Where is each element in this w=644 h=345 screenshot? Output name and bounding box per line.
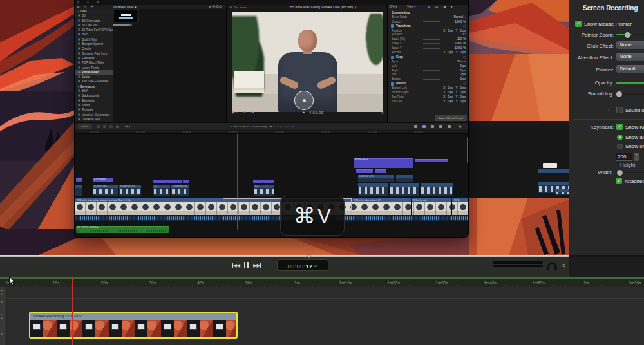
sidebar-item[interactable]: ▦Bumper/Opener	[75, 42, 113, 46]
inspector-row[interactable]: Type Trim	[388, 59, 469, 64]
fcp-connected-clip[interactable]	[358, 183, 388, 196]
fcp-connected-clip[interactable]	[421, 183, 453, 196]
inspector-row[interactable]: Scale Y 100.0 %	[388, 46, 469, 50]
inspector-row[interactable]: Bottom 0 px	[388, 77, 469, 81]
fcp-connected-clip[interactable]	[396, 175, 413, 182]
sidebar-item[interactable]: ▦Primal Video	[75, 70, 113, 75]
fcp-title-clip[interactable]	[183, 180, 189, 183]
audio-meters-icon[interactable]	[439, 125, 442, 128]
crop-tool-icon[interactable]: ▣ ▾	[232, 109, 237, 116]
track-up-icon[interactable]: ▴	[1, 313, 3, 317]
click-effect-dropdown[interactable]: None	[616, 41, 644, 49]
inspector-row[interactable]: Transform	[388, 24, 469, 28]
inspector-info-icon[interactable]: ●	[451, 5, 453, 8]
headphones-icon[interactable]	[545, 259, 558, 272]
inspector-row[interactable]: Top Left X 0 px Y 0 px	[388, 99, 469, 104]
sidebar-item[interactable]: ▦Titles	[75, 9, 113, 14]
fcp-window-titlebar[interactable]: ▤ ✦ ❖	[75, 0, 469, 5]
inspector-row[interactable]: Scale X 100.0 %	[388, 41, 469, 46]
inspector-row[interactable]: Position X 0 px Y 0 px	[388, 28, 469, 33]
width-thumb[interactable]	[617, 170, 623, 176]
inspector-color-icon[interactable]: ▤	[435, 5, 438, 8]
pointer-zoom-slider[interactable]	[616, 34, 644, 35]
width-slider[interactable]	[616, 172, 644, 173]
title-thumbnail-preview[interactable]	[113, 9, 138, 23]
record-voiceover-icon[interactable]	[414, 125, 417, 128]
sidebar-item[interactable]: ▦Built In/Out	[75, 37, 113, 42]
attention-effect-dropdown[interactable]: None	[616, 53, 644, 61]
fcp-connected-clip[interactable]	[390, 183, 419, 196]
fcp-timeline-clip[interactable]	[538, 169, 569, 173]
title-thumbnail[interactable]: Sub Reminder	[113, 9, 138, 26]
sidebar-item[interactable]: ▦Credits	[75, 46, 113, 51]
sidebar-item[interactable]: ▦60 Titles For FCPX Upd	[75, 28, 113, 32]
tools-dropdown-icon[interactable]: ✥ ▾	[125, 124, 130, 129]
fcp-title-clip[interactable]	[253, 180, 263, 183]
screen-recording-clip[interactable]: Screen Recording 22/3/2022	[29, 312, 238, 339]
inspector-row[interactable]: Distort	[388, 81, 469, 86]
inspector-row[interactable]: Compositing	[388, 10, 469, 15]
inspector-row[interactable]: Scale (All) 100 %	[388, 37, 469, 41]
show-all-radio[interactable]	[617, 135, 623, 140]
smoothing-thumb[interactable]	[616, 91, 622, 97]
sidebar-item[interactable]: ▦Social	[75, 75, 113, 79]
pointer-dropdown[interactable]: Default	[616, 65, 644, 73]
view-dropdown[interactable]: View ▾	[407, 5, 415, 8]
append-icon[interactable]: ◫	[97, 124, 100, 129]
sidebar-item[interactable]: ▦FCP Glitch Titles	[75, 61, 113, 65]
effects-tool-icon[interactable]: ⌂ ▾	[250, 109, 254, 116]
fcp-title-clip[interactable]	[167, 180, 182, 183]
fcp-title-clip[interactable]	[263, 180, 274, 183]
fcp-connected-clip[interactable]: SCREENFLOW	[358, 175, 394, 182]
inspector-row[interactable]: Crop	[388, 55, 469, 59]
sidebar-item[interactable]: ▦Backgrounds	[75, 93, 113, 98]
transitions-browser-icon[interactable]	[431, 125, 434, 128]
connect-icon[interactable]: ◫	[103, 124, 106, 129]
inspector-row[interactable]: Opacity 100.0 %	[388, 19, 469, 24]
inspector-row[interactable]: Right 0 px	[388, 68, 469, 73]
fcp-connected-clip[interactable]: SCREEN REC	[93, 185, 118, 196]
timeline-project-tab[interactable]: ‹ THIS is the Vi...se (and Why...) ▾ 14:…	[231, 123, 294, 130]
fcp-timeline-clip[interactable]	[543, 163, 557, 168]
fcp-connected-clip[interactable]: SCREENFLOW	[171, 185, 189, 196]
track-options-icon[interactable]: ≡	[1, 301, 3, 304]
disclosure-chevron-icon[interactable]: ›	[608, 107, 610, 113]
smoothing-slider[interactable]	[616, 93, 644, 95]
sidebar-item[interactable]: ▦3D	[75, 14, 113, 18]
track-up-icon[interactable]: ▴	[1, 289, 3, 292]
pointer-zoom-thumb[interactable]	[625, 32, 630, 38]
index-button[interactable]: Index	[78, 124, 92, 129]
sidebar-item[interactable]: ▦Elements	[75, 56, 113, 61]
fcp-title-clip[interactable]: 5.2 PV Stack	[93, 178, 113, 182]
save-effects-preset-button[interactable]: Save Effects Preset	[435, 115, 467, 121]
inspector-video-icon[interactable]: ▦	[428, 5, 430, 8]
fullscreen-icon[interactable]: ◰	[381, 109, 384, 116]
inspector-row[interactable]: Bottom Right X 0 px Y 0 px	[388, 90, 469, 95]
attached-checkbox[interactable]: ✓	[616, 178, 622, 184]
collapse-panel-chevron[interactable]: ‹	[562, 260, 565, 270]
viewer-zoom-dropdown[interactable]: 39% ▾	[389, 5, 397, 8]
fcp-audio-waveform[interactable]	[75, 215, 469, 221]
fcp-title-clip[interactable]	[76, 178, 82, 182]
sidebar-item[interactable]: ▦Solids	[75, 103, 113, 107]
divider-drag-handle[interactable]	[307, 254, 311, 258]
fcp-title-clip[interactable]	[375, 169, 386, 172]
fcp-title-clip[interactable]	[153, 180, 167, 183]
previous-frame-button[interactable]: ◀◀	[232, 261, 240, 269]
fcp-primary-storyline[interactable]: THIS is the video editing software I use…	[75, 198, 469, 215]
sidebar-item[interactable]: ▦Universe Text	[75, 117, 113, 122]
final-cut-pro-window[interactable]: ▤ ✦ ❖ ▦ ◎ ✦ Installed Titles ▾ ≣ 4K Only…	[74, 0, 469, 238]
fcp-playhead[interactable]	[237, 134, 238, 230]
height-stepper[interactable]: ▴▾	[634, 153, 639, 161]
inspector-row[interactable]: Bottom Left X 0 px Y 0 px	[388, 86, 469, 90]
fcp-title-clip[interactable]: 4K Titles Stack	[354, 158, 413, 168]
fcp-music-clip[interactable]: PV_FCPX - 200 Wide	[76, 226, 169, 233]
fcp-title-clip[interactable]	[415, 159, 448, 162]
fcp-timeline[interactable]: 5.2 PV Stack4K Titles Stack SCREEN RECSC…	[75, 134, 469, 238]
show-key-checkbox[interactable]: ✓	[616, 124, 623, 130]
inspector-row[interactable]: Anchor X 0 px Y 0 px	[388, 50, 469, 55]
overwrite-icon[interactable]: ⬓	[116, 124, 119, 129]
show-only-radio[interactable]	[617, 144, 623, 149]
timeline-ruler[interactable]: 0s10s20s30s40s50s1m1m10s1m20s1m30s1m40s1…	[0, 277, 644, 287]
show-mouse-pointer-checkbox[interactable]: ✓	[575, 21, 582, 27]
